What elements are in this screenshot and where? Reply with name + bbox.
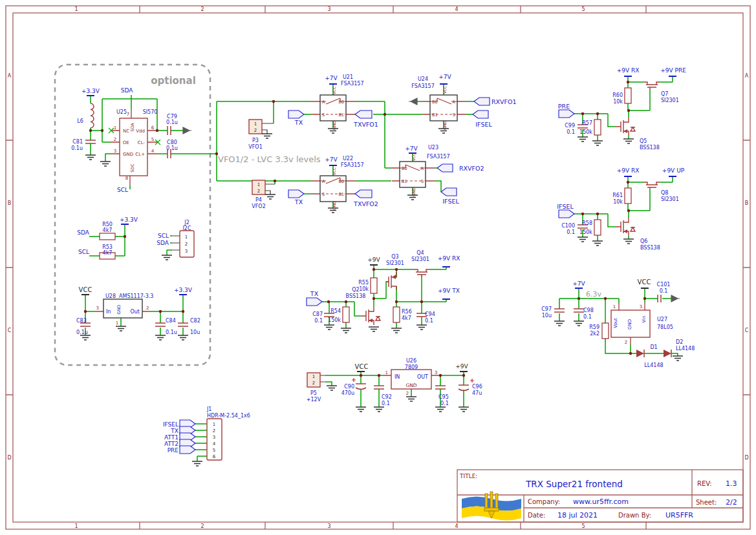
title-block-sheet-label: Sheet: (696, 499, 717, 506)
label-p3: P3 (252, 138, 259, 143)
tag-txvfo2 (355, 190, 372, 198)
label-+7v: +7V (572, 280, 585, 287)
label-d2: D2 (676, 339, 683, 345)
label-s: S (322, 112, 325, 118)
label-b0: B0 (432, 100, 438, 105)
label-+9v-tx: +9V TX (438, 288, 460, 294)
label-10k: 10k (613, 199, 623, 205)
label-3: 3 (435, 370, 437, 375)
label-gnd: GND (405, 383, 416, 388)
label-vfo1-2-lvc-3.3v-levels: VFO1/2 - LVC 3.3v levels (218, 154, 321, 164)
label-gnd: GND (116, 305, 122, 315)
label-4: 4 (213, 441, 216, 446)
label-2: 2 (146, 306, 149, 311)
label-u26: U26 (406, 358, 416, 364)
label-pre: PRE (167, 447, 179, 454)
label-10k: 10k (613, 99, 623, 105)
label-cl-: CL- (138, 140, 146, 145)
label-tx: TX (310, 290, 319, 297)
label-5: 5 (151, 137, 154, 142)
sheet-frame (6, 6, 750, 529)
frame-reference-labels: 1122334455AABBCCDD (7, 6, 748, 529)
label-gnd: GND (123, 152, 133, 157)
title-block-company: www.ur5ffr.com (573, 498, 629, 506)
inductor-l6 (91, 103, 94, 128)
label-+9v-up: +9V UP (662, 167, 685, 174)
label-7: 7 (127, 112, 129, 117)
label-out: OUT (417, 374, 428, 380)
tag-tx-u22 (288, 190, 304, 198)
tag-ifsel-u24 (473, 110, 488, 118)
label-c82: C82 (190, 318, 200, 324)
label-c96: C96 (472, 384, 482, 390)
label-att2: ATT2 (164, 441, 178, 447)
label-vcc: VCC (332, 87, 336, 94)
ukraine-flag-logo (462, 492, 521, 521)
label-vfo1: VFO1 (248, 144, 262, 150)
label-i2c: I2C (182, 226, 191, 231)
label-r53: R53 (102, 244, 113, 250)
label-r60: R60 (612, 92, 623, 98)
label-b: B (745, 200, 749, 206)
label-+9v: +9V (455, 363, 468, 370)
transistor-q2 (361, 307, 380, 325)
label-0.1u: 0.1u (166, 120, 178, 125)
label-txvfo2: TXVFO2 (353, 200, 378, 207)
title-block-title: TRX Super21 frontend (525, 479, 623, 489)
resistor-r56 (393, 307, 400, 322)
label-7809: 7809 (405, 364, 418, 370)
label-scl: SCL (117, 187, 128, 193)
label-tx: TX (294, 198, 303, 205)
label-vcc: VCC (442, 86, 447, 94)
label-ll4148: LL4148 (676, 346, 695, 351)
label-c92: C92 (382, 394, 392, 400)
label-0.1: 0.1 (314, 318, 323, 324)
label-fsa3157: FSA3157 (341, 81, 364, 87)
label-sda: SDA (157, 240, 169, 246)
label-oe: OE (123, 140, 129, 145)
label-si2301: SI2301 (411, 257, 429, 262)
title-block: TITLE: TRX Super21 frontend REV: 1.3 Com… (457, 470, 743, 522)
label-+9v-pre: +9V PRE (660, 67, 686, 74)
label-2: 2 (625, 340, 627, 345)
label-a: A (8, 73, 12, 79)
label-1: 1 (185, 235, 188, 240)
label-3: 3 (640, 304, 642, 309)
label-s: S (322, 192, 325, 197)
title-block-rev-label: REV: (697, 480, 712, 487)
label-1: 1 (74, 523, 78, 529)
label-sda: SDA (77, 229, 89, 236)
label-att1: ATT1 (164, 434, 178, 441)
resistor-r60 (625, 88, 631, 103)
label-c99: C99 (565, 123, 575, 129)
label-0.1: 0.1 (567, 129, 575, 135)
tag-tx-u21 (288, 110, 304, 118)
label-c98: C98 (583, 308, 594, 313)
label-b1: B1 (402, 179, 407, 184)
label-s: S (421, 179, 424, 184)
label-+7v: +7V (325, 156, 338, 163)
label-r54: R54 (330, 308, 341, 314)
label-nc: NC (123, 129, 129, 134)
label-r57: R57 (582, 120, 592, 126)
label-2: 2 (257, 189, 260, 194)
net-label-tags (180, 98, 574, 454)
label-vcc: VCC (332, 167, 336, 175)
tag-rxvfo1 (474, 98, 490, 105)
label-+9v-rx: +9V RX (617, 67, 640, 74)
label-q3: Q3 (391, 254, 398, 260)
label-4: 4 (151, 149, 155, 154)
label-c83: C83 (76, 318, 87, 324)
label-3: 3 (114, 149, 116, 154)
label-0.1u: 0.1u (71, 145, 83, 151)
label-in: IN (394, 374, 400, 380)
label-47u: 47u (472, 390, 482, 396)
label-r50: R50 (102, 222, 113, 227)
label-q7: Q7 (661, 91, 668, 97)
label-a: A (322, 179, 325, 184)
label-c80: C80 (167, 140, 177, 145)
label-2: 2 (254, 128, 257, 133)
transistor-q8 (644, 182, 660, 189)
label-rxvfo1: RXVFO1 (491, 98, 517, 105)
label-+3.3v: +3.3V (174, 287, 193, 293)
